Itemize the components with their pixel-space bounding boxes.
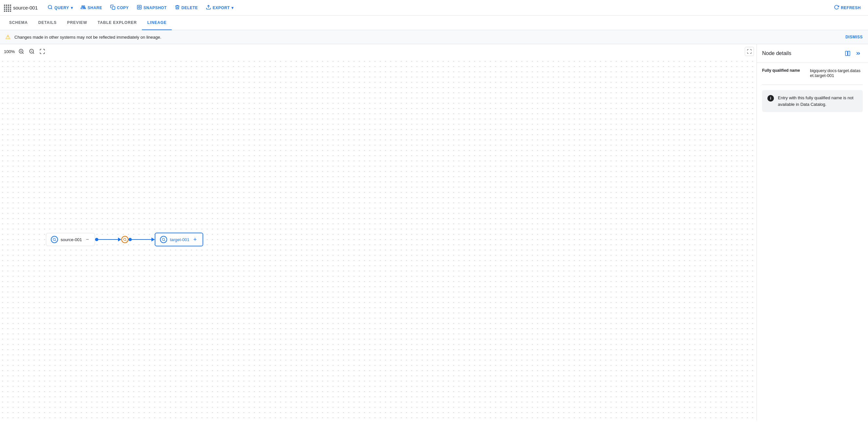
svg-line-16 — [126, 240, 127, 241]
lineage-flow: source-001 − — [46, 233, 203, 247]
panel-side-by-side-button[interactable] — [843, 49, 852, 58]
tab-table-explorer[interactable]: TABLE EXPLORER — [92, 16, 142, 30]
middle-node[interactable] — [121, 236, 128, 243]
export-dropdown-arrow: ▾ — [231, 6, 234, 10]
delete-icon — [175, 5, 180, 11]
source-collapse-button[interactable]: − — [86, 236, 89, 242]
right-panel: Node details Fully qualified name bigque… — [756, 44, 868, 420]
connector-2 — [128, 237, 155, 241]
svg-rect-20 — [848, 51, 850, 56]
share-button[interactable]: SHARE — [78, 3, 105, 13]
zoom-level: 100% — [4, 49, 16, 54]
source-node-label: source-001 — [61, 237, 82, 242]
dot-1 — [95, 238, 98, 241]
info-box: i Entry with this fully qualified name i… — [762, 90, 863, 112]
fq-row: Fully qualified name bigquery:docs-targe… — [762, 68, 863, 78]
nav-tabs: SCHEMA DETAILS PREVIEW TABLE EXPLORER LI… — [0, 16, 868, 30]
target-expand-button[interactable]: + — [193, 236, 197, 243]
arrow-2 — [151, 237, 155, 241]
svg-point-17 — [162, 238, 164, 240]
export-icon — [206, 5, 211, 11]
tab-lineage[interactable]: LINEAGE — [142, 16, 172, 30]
svg-point-0 — [48, 5, 52, 9]
top-bar: source-001 QUERY ▾ SHARE COPY SNAPSHOT D… — [0, 0, 868, 16]
notice-bar: ⚠ Changes made in other systems may not … — [0, 30, 868, 44]
lineage-container: source-001 − — [0, 59, 756, 420]
svg-rect-2 — [112, 6, 115, 9]
query-button[interactable]: QUERY ▾ — [44, 3, 76, 13]
svg-line-1 — [51, 8, 52, 9]
fit-button[interactable] — [38, 47, 47, 56]
canvas-expand-button[interactable] — [745, 47, 754, 56]
svg-line-14 — [55, 240, 56, 241]
snapshot-button[interactable]: SNAPSHOT — [133, 3, 170, 13]
arrow-1 — [118, 237, 121, 241]
tab-details[interactable]: DETAILS — [33, 16, 62, 30]
svg-line-18 — [164, 240, 165, 241]
fq-value: bigquery:docs-target.dataset.target-001 — [810, 68, 863, 78]
export-button[interactable]: EXPORT ▾ — [203, 3, 237, 13]
line-1 — [98, 239, 118, 240]
copy-button[interactable]: COPY — [107, 3, 132, 13]
page-title: source-001 — [4, 5, 38, 11]
dismiss-button[interactable]: DISMISS — [845, 35, 863, 39]
panel-close-button[interactable] — [854, 49, 863, 58]
svg-rect-19 — [845, 51, 847, 56]
tab-schema[interactable]: SCHEMA — [4, 16, 33, 30]
target-node[interactable]: target-001 + — [155, 233, 203, 247]
svg-line-11 — [33, 53, 34, 54]
middle-node-wrapper — [121, 236, 128, 243]
notice-text: Changes made in other systems may not be… — [14, 35, 161, 40]
panel-title: Node details — [762, 51, 791, 56]
copy-icon — [110, 5, 115, 11]
svg-rect-3 — [137, 5, 141, 9]
query-icon — [48, 5, 53, 11]
svg-line-7 — [22, 53, 23, 54]
line-2 — [132, 239, 151, 240]
svg-point-15 — [124, 238, 126, 240]
info-icon: i — [767, 95, 774, 102]
source-node-icon — [51, 236, 58, 243]
source-node[interactable]: source-001 − — [46, 233, 95, 246]
warning-icon: ⚠ — [5, 33, 10, 41]
snapshot-icon — [137, 5, 142, 11]
connector-1 — [95, 237, 121, 241]
tab-preview[interactable]: PREVIEW — [62, 16, 92, 30]
zoom-in-button[interactable] — [17, 47, 26, 56]
grid-icon — [4, 5, 10, 11]
refresh-button[interactable]: REFRESH — [831, 3, 864, 13]
fq-label: Fully qualified name — [762, 68, 805, 78]
refresh-icon — [834, 5, 839, 11]
target-node-label: target-001 — [170, 237, 189, 242]
delete-button[interactable]: DELETE — [172, 3, 201, 13]
svg-point-4 — [138, 6, 140, 8]
zoom-out-button[interactable] — [27, 47, 36, 56]
info-box-text: Entry with this fully qualified name is … — [778, 95, 858, 107]
canvas-area: 100% source-001 − — [0, 44, 756, 420]
panel-header: Node details — [757, 44, 868, 63]
query-dropdown-arrow: ▾ — [71, 6, 73, 10]
main-layout: 100% source-001 − — [0, 44, 868, 420]
panel-actions — [843, 49, 863, 58]
panel-body: Fully qualified name bigquery:docs-targe… — [757, 63, 868, 420]
target-node-icon — [160, 236, 167, 243]
zoom-controls: 100% — [0, 44, 51, 59]
panel-divider — [762, 85, 863, 85]
svg-point-13 — [53, 238, 55, 240]
dot-2 — [128, 238, 132, 241]
share-icon — [81, 5, 86, 11]
title-text: source-001 — [13, 5, 38, 10]
